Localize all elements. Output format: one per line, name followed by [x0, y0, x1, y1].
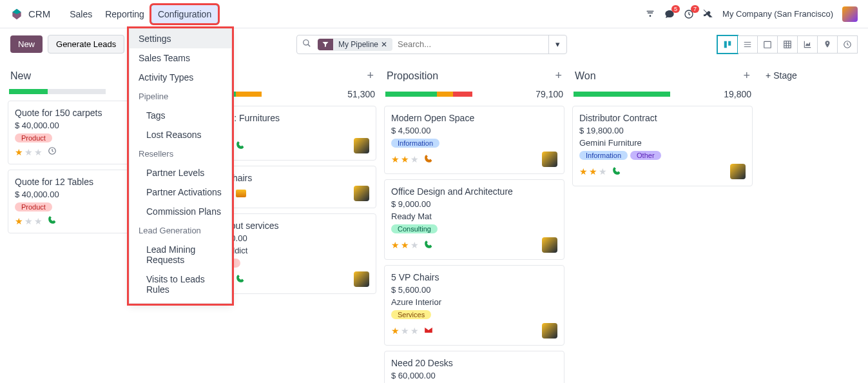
user-avatar[interactable]: [842, 6, 858, 22]
gold-icon[interactable]: [236, 190, 246, 197]
column-header: Won+: [572, 65, 753, 86]
card-price: $ 19,800.00: [579, 126, 746, 135]
assignee-avatar[interactable]: [354, 138, 369, 153]
menu-item-tags[interactable]: Tags: [130, 106, 231, 125]
generate-leads-button[interactable]: Generate Leads: [48, 35, 124, 54]
quick-add-icon[interactable]: +: [743, 69, 750, 83]
assignee-avatar[interactable]: [730, 164, 746, 179]
menu-item-commission-plans[interactable]: Commission Plans: [130, 202, 231, 221]
assignee-avatar[interactable]: [354, 186, 369, 201]
mail-icon[interactable]: [424, 326, 433, 337]
graph-view-icon[interactable]: [798, 35, 818, 54]
column-title[interactable]: Won: [575, 70, 596, 82]
star-icon[interactable]: ★: [391, 326, 400, 336]
menu-item-visits-to-leads-rules[interactable]: Visits to Leads Rules: [130, 270, 231, 299]
card-footer: ★★★: [391, 323, 557, 339]
menu-item-settings[interactable]: Settings: [130, 29, 231, 48]
clock-icon[interactable]: [48, 146, 57, 157]
menu-item-lost-reasons[interactable]: Lost Reasons: [130, 125, 231, 144]
phone-icon[interactable]: [48, 215, 57, 226]
menu-item-partner-levels[interactable]: Partner Levels: [130, 163, 231, 182]
column-title[interactable]: New: [10, 70, 31, 82]
phone-icon[interactable]: [424, 240, 433, 251]
star-icon[interactable]: ★: [15, 147, 23, 157]
phone-icon[interactable]: [424, 154, 433, 165]
nav-configuration[interactable]: Configuration: [151, 5, 218, 24]
star-icon[interactable]: ★: [589, 166, 597, 177]
chat-badge: 5: [671, 5, 680, 13]
star-icon[interactable]: ★: [34, 216, 43, 226]
phone-icon[interactable]: [236, 274, 245, 285]
nav-sales[interactable]: Sales: [63, 5, 99, 23]
card-title: Distributor Contract: [579, 113, 746, 123]
tag[interactable]: Services: [391, 310, 431, 319]
kanban-card[interactable]: 5 VP Chairs$ 5,600.00Azure InteriorServi…: [384, 265, 564, 346]
menu-item-sales-teams[interactable]: Sales Teams: [130, 48, 231, 68]
activity-icon[interactable]: 7: [684, 9, 694, 19]
app-name[interactable]: CRM: [28, 8, 50, 19]
phone-icon[interactable]: [612, 166, 621, 177]
company-name[interactable]: My Company (San Francisco): [722, 9, 833, 19]
star-icon[interactable]: ★: [24, 216, 33, 226]
card-footer: ★★★: [391, 152, 557, 167]
quick-add-icon[interactable]: +: [367, 69, 374, 83]
kanban-card[interactable]: Modern Open Space$ 4,500.00Information★★…: [384, 106, 564, 174]
remove-filter-icon[interactable]: ✕: [381, 40, 387, 49]
nav-reporting[interactable]: Reporting: [99, 5, 151, 23]
search-options-caret[interactable]: ▾: [548, 35, 566, 54]
kanban-card[interactable]: Office Design and Architecture$ 9,000.00…: [384, 179, 564, 260]
star-icon[interactable]: ★: [401, 240, 409, 250]
card-title: 5 VP Chairs: [391, 272, 557, 282]
assignee-avatar[interactable]: [542, 323, 557, 339]
kanban-card[interactable]: Distributor Contract$ 19,800.00Gemini Fu…: [572, 106, 753, 186]
new-button[interactable]: New: [10, 35, 43, 53]
star-icon[interactable]: ★: [24, 147, 33, 157]
star-icon[interactable]: ★: [410, 154, 419, 164]
assignee-avatar[interactable]: [354, 271, 369, 287]
calendar-view-icon[interactable]: [758, 35, 778, 54]
voip-icon[interactable]: [645, 9, 655, 19]
menu-item-lead-mining-requests[interactable]: Lead Mining Requests: [130, 240, 231, 270]
star-icon[interactable]: ★: [579, 166, 588, 177]
phone-icon[interactable]: [236, 141, 245, 152]
star-icon[interactable]: ★: [34, 147, 43, 157]
pivot-view-icon[interactable]: [778, 35, 798, 54]
tag[interactable]: Consulting: [391, 224, 438, 233]
star-icon[interactable]: ★: [391, 154, 400, 164]
filter-chip[interactable]: My Pipeline ✕: [333, 38, 392, 51]
list-view-icon[interactable]: [738, 35, 758, 54]
card-tags: Services: [391, 309, 557, 323]
star-icon[interactable]: ★: [401, 326, 409, 336]
kanban-view-icon[interactable]: [717, 35, 738, 54]
filter-icon[interactable]: [318, 39, 333, 50]
tag[interactable]: Information: [579, 151, 628, 160]
map-view-icon[interactable]: [818, 35, 838, 54]
star-icon[interactable]: ★: [15, 216, 23, 226]
activity-view-icon[interactable]: [838, 35, 858, 54]
column-title[interactable]: Proposition: [387, 70, 438, 82]
card-subtitle: Azure Interior: [391, 297, 557, 307]
column-total: 79,100: [535, 89, 563, 99]
star-icon[interactable]: ★: [410, 240, 419, 250]
card-price: $ 9,000.00: [391, 199, 557, 209]
svg-rect-5: [784, 41, 791, 48]
star-icon[interactable]: ★: [401, 154, 409, 164]
star-icon[interactable]: ★: [391, 240, 400, 250]
quick-add-icon[interactable]: +: [555, 69, 562, 83]
messaging-icon[interactable]: 5: [664, 9, 675, 19]
search-input[interactable]: [392, 39, 548, 49]
assignee-avatar[interactable]: [542, 237, 557, 253]
assignee-avatar[interactable]: [542, 152, 557, 167]
tag[interactable]: Product: [15, 202, 52, 211]
menu-item-partner-activations[interactable]: Partner Activations: [130, 182, 231, 202]
kanban-card[interactable]: Need 20 Desks$ 60,000.00Consulting★★★: [384, 351, 564, 383]
tag[interactable]: Other: [630, 151, 661, 160]
menu-item-activity-types[interactable]: Activity Types: [130, 68, 231, 87]
tools-icon[interactable]: [703, 9, 713, 19]
menu-item-resellers: Resellers: [130, 144, 231, 163]
star-icon[interactable]: ★: [599, 166, 607, 177]
tag[interactable]: Information: [391, 139, 439, 148]
star-icon[interactable]: ★: [410, 326, 419, 336]
add-stage-button[interactable]: + Stage: [760, 65, 802, 86]
tag[interactable]: Product: [15, 133, 52, 142]
